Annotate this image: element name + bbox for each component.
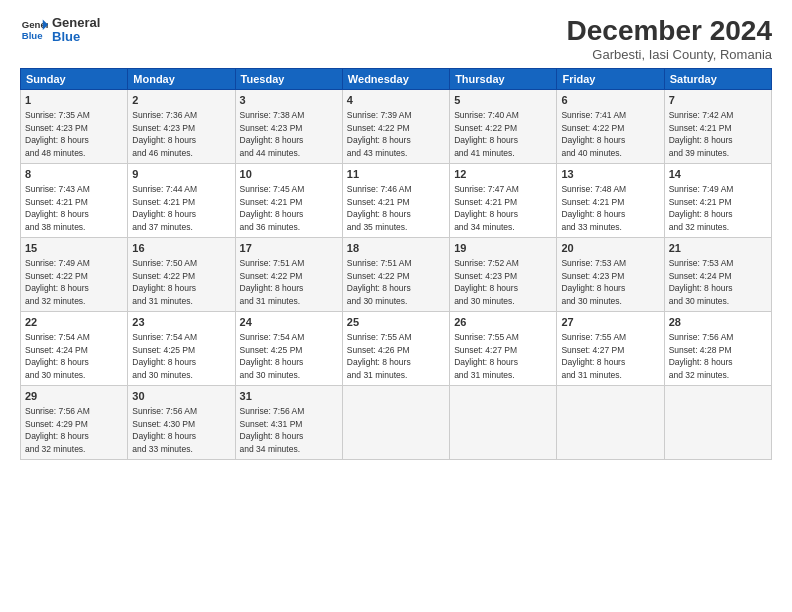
table-row	[664, 385, 771, 459]
day-number: 31	[240, 389, 338, 404]
day-info: Sunrise: 7:50 AMSunset: 4:22 PMDaylight:…	[132, 258, 197, 306]
day-info: Sunrise: 7:56 AMSunset: 4:28 PMDaylight:…	[669, 332, 734, 380]
day-info: Sunrise: 7:42 AMSunset: 4:21 PMDaylight:…	[669, 110, 734, 158]
table-row: 17Sunrise: 7:51 AMSunset: 4:22 PMDayligh…	[235, 237, 342, 311]
table-row: 5Sunrise: 7:40 AMSunset: 4:22 PMDaylight…	[450, 89, 557, 163]
day-info: Sunrise: 7:54 AMSunset: 4:25 PMDaylight:…	[240, 332, 305, 380]
day-info: Sunrise: 7:38 AMSunset: 4:23 PMDaylight:…	[240, 110, 305, 158]
col-thursday: Thursday	[450, 68, 557, 89]
day-info: Sunrise: 7:44 AMSunset: 4:21 PMDaylight:…	[132, 184, 197, 232]
table-row: 26Sunrise: 7:55 AMSunset: 4:27 PMDayligh…	[450, 311, 557, 385]
day-number: 18	[347, 241, 445, 256]
day-number: 8	[25, 167, 123, 182]
day-number: 11	[347, 167, 445, 182]
table-row: 13Sunrise: 7:48 AMSunset: 4:21 PMDayligh…	[557, 163, 664, 237]
table-row: 14Sunrise: 7:49 AMSunset: 4:21 PMDayligh…	[664, 163, 771, 237]
day-number: 21	[669, 241, 767, 256]
day-number: 28	[669, 315, 767, 330]
logo-blue: Blue	[52, 30, 100, 44]
day-info: Sunrise: 7:56 AMSunset: 4:30 PMDaylight:…	[132, 406, 197, 454]
day-info: Sunrise: 7:47 AMSunset: 4:21 PMDaylight:…	[454, 184, 519, 232]
calendar-week-row: 22Sunrise: 7:54 AMSunset: 4:24 PMDayligh…	[21, 311, 772, 385]
col-saturday: Saturday	[664, 68, 771, 89]
day-number: 1	[25, 93, 123, 108]
table-row: 1Sunrise: 7:35 AMSunset: 4:23 PMDaylight…	[21, 89, 128, 163]
day-info: Sunrise: 7:52 AMSunset: 4:23 PMDaylight:…	[454, 258, 519, 306]
table-row: 6Sunrise: 7:41 AMSunset: 4:22 PMDaylight…	[557, 89, 664, 163]
day-info: Sunrise: 7:40 AMSunset: 4:22 PMDaylight:…	[454, 110, 519, 158]
table-row: 4Sunrise: 7:39 AMSunset: 4:22 PMDaylight…	[342, 89, 449, 163]
day-info: Sunrise: 7:51 AMSunset: 4:22 PMDaylight:…	[240, 258, 305, 306]
day-info: Sunrise: 7:46 AMSunset: 4:21 PMDaylight:…	[347, 184, 412, 232]
table-row	[342, 385, 449, 459]
day-number: 7	[669, 93, 767, 108]
day-info: Sunrise: 7:56 AMSunset: 4:29 PMDaylight:…	[25, 406, 90, 454]
day-info: Sunrise: 7:55 AMSunset: 4:27 PMDaylight:…	[454, 332, 519, 380]
table-row: 19Sunrise: 7:52 AMSunset: 4:23 PMDayligh…	[450, 237, 557, 311]
table-row: 21Sunrise: 7:53 AMSunset: 4:24 PMDayligh…	[664, 237, 771, 311]
day-number: 23	[132, 315, 230, 330]
table-row: 23Sunrise: 7:54 AMSunset: 4:25 PMDayligh…	[128, 311, 235, 385]
day-info: Sunrise: 7:54 AMSunset: 4:24 PMDaylight:…	[25, 332, 90, 380]
subtitle: Garbesti, Iasi County, Romania	[567, 47, 772, 62]
col-monday: Monday	[128, 68, 235, 89]
calendar-week-row: 29Sunrise: 7:56 AMSunset: 4:29 PMDayligh…	[21, 385, 772, 459]
day-info: Sunrise: 7:55 AMSunset: 4:27 PMDaylight:…	[561, 332, 626, 380]
table-row: 31Sunrise: 7:56 AMSunset: 4:31 PMDayligh…	[235, 385, 342, 459]
table-row: 29Sunrise: 7:56 AMSunset: 4:29 PMDayligh…	[21, 385, 128, 459]
day-number: 12	[454, 167, 552, 182]
day-info: Sunrise: 7:53 AMSunset: 4:24 PMDaylight:…	[669, 258, 734, 306]
day-number: 29	[25, 389, 123, 404]
day-number: 3	[240, 93, 338, 108]
day-number: 13	[561, 167, 659, 182]
day-info: Sunrise: 7:48 AMSunset: 4:21 PMDaylight:…	[561, 184, 626, 232]
calendar-header-row: Sunday Monday Tuesday Wednesday Thursday…	[21, 68, 772, 89]
day-info: Sunrise: 7:41 AMSunset: 4:22 PMDaylight:…	[561, 110, 626, 158]
table-row: 9Sunrise: 7:44 AMSunset: 4:21 PMDaylight…	[128, 163, 235, 237]
day-number: 16	[132, 241, 230, 256]
main-title: December 2024	[567, 16, 772, 47]
table-row: 20Sunrise: 7:53 AMSunset: 4:23 PMDayligh…	[557, 237, 664, 311]
day-info: Sunrise: 7:56 AMSunset: 4:31 PMDaylight:…	[240, 406, 305, 454]
logo-icon: General Blue	[20, 16, 48, 44]
day-number: 4	[347, 93, 445, 108]
table-row: 11Sunrise: 7:46 AMSunset: 4:21 PMDayligh…	[342, 163, 449, 237]
table-row: 28Sunrise: 7:56 AMSunset: 4:28 PMDayligh…	[664, 311, 771, 385]
col-tuesday: Tuesday	[235, 68, 342, 89]
table-row: 8Sunrise: 7:43 AMSunset: 4:21 PMDaylight…	[21, 163, 128, 237]
day-info: Sunrise: 7:53 AMSunset: 4:23 PMDaylight:…	[561, 258, 626, 306]
table-row	[450, 385, 557, 459]
day-info: Sunrise: 7:51 AMSunset: 4:22 PMDaylight:…	[347, 258, 412, 306]
day-number: 24	[240, 315, 338, 330]
day-info: Sunrise: 7:54 AMSunset: 4:25 PMDaylight:…	[132, 332, 197, 380]
col-wednesday: Wednesday	[342, 68, 449, 89]
day-info: Sunrise: 7:39 AMSunset: 4:22 PMDaylight:…	[347, 110, 412, 158]
day-info: Sunrise: 7:49 AMSunset: 4:22 PMDaylight:…	[25, 258, 90, 306]
table-row: 18Sunrise: 7:51 AMSunset: 4:22 PMDayligh…	[342, 237, 449, 311]
table-row: 10Sunrise: 7:45 AMSunset: 4:21 PMDayligh…	[235, 163, 342, 237]
table-row: 22Sunrise: 7:54 AMSunset: 4:24 PMDayligh…	[21, 311, 128, 385]
table-row: 3Sunrise: 7:38 AMSunset: 4:23 PMDaylight…	[235, 89, 342, 163]
day-number: 19	[454, 241, 552, 256]
day-number: 20	[561, 241, 659, 256]
day-info: Sunrise: 7:36 AMSunset: 4:23 PMDaylight:…	[132, 110, 197, 158]
col-friday: Friday	[557, 68, 664, 89]
day-number: 6	[561, 93, 659, 108]
day-info: Sunrise: 7:45 AMSunset: 4:21 PMDaylight:…	[240, 184, 305, 232]
calendar-week-row: 8Sunrise: 7:43 AMSunset: 4:21 PMDaylight…	[21, 163, 772, 237]
day-info: Sunrise: 7:43 AMSunset: 4:21 PMDaylight:…	[25, 184, 90, 232]
day-number: 14	[669, 167, 767, 182]
table-row: 25Sunrise: 7:55 AMSunset: 4:26 PMDayligh…	[342, 311, 449, 385]
svg-text:Blue: Blue	[22, 30, 43, 41]
table-row	[557, 385, 664, 459]
title-block: December 2024 Garbesti, Iasi County, Rom…	[567, 16, 772, 62]
day-number: 27	[561, 315, 659, 330]
table-row: 7Sunrise: 7:42 AMSunset: 4:21 PMDaylight…	[664, 89, 771, 163]
day-info: Sunrise: 7:49 AMSunset: 4:21 PMDaylight:…	[669, 184, 734, 232]
day-info: Sunrise: 7:35 AMSunset: 4:23 PMDaylight:…	[25, 110, 90, 158]
table-row: 27Sunrise: 7:55 AMSunset: 4:27 PMDayligh…	[557, 311, 664, 385]
day-number: 5	[454, 93, 552, 108]
table-row: 24Sunrise: 7:54 AMSunset: 4:25 PMDayligh…	[235, 311, 342, 385]
calendar-week-row: 15Sunrise: 7:49 AMSunset: 4:22 PMDayligh…	[21, 237, 772, 311]
logo: General Blue General Blue	[20, 16, 100, 45]
